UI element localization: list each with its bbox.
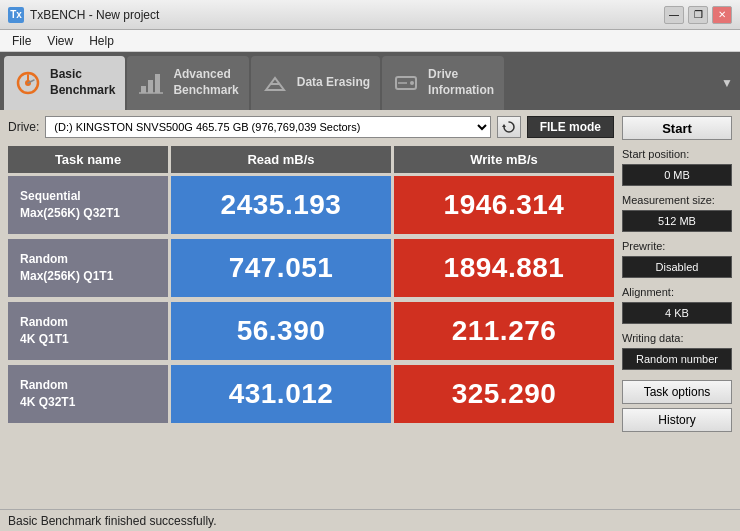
window-controls: — ❒ ✕: [664, 6, 732, 24]
benchmark-row-4: Random4K Q32T1 431.012 325.290: [8, 365, 614, 423]
erase-icon: [261, 69, 289, 97]
drive-refresh-button[interactable]: [497, 116, 521, 138]
drive-icon: [392, 69, 420, 97]
alignment-value: 4 KB: [622, 302, 732, 324]
tab-drive-label: DriveInformation: [428, 67, 494, 98]
status-text: Basic Benchmark finished successfully.: [8, 514, 217, 528]
svg-marker-14: [502, 124, 506, 127]
file-mode-button[interactable]: FILE mode: [527, 116, 614, 138]
tab-data-erasing[interactable]: Data Erasing: [251, 56, 380, 110]
measurement-size-label: Measurement size:: [622, 194, 732, 206]
write-2: 1894.881: [394, 239, 614, 297]
tab-toolbar: BasicBenchmark AdvancedBenchmark Data Er…: [0, 52, 740, 110]
task-options-button[interactable]: Task options: [622, 380, 732, 404]
benchmark-header: Task name Read mB/s Write mB/s: [8, 146, 614, 173]
col-write-header: Write mB/s: [394, 146, 614, 173]
history-button[interactable]: History: [622, 408, 732, 432]
tab-advanced-benchmark[interactable]: AdvancedBenchmark: [127, 56, 248, 110]
benchmark-row-1: SequentialMax(256K) Q32T1 2435.193 1946.…: [8, 176, 614, 234]
right-panel: Start Start position: 0 MB Measurement s…: [622, 116, 732, 503]
status-bar: Basic Benchmark finished successfully.: [0, 509, 740, 531]
content-area: Drive: (D:) KINGSTON SNVS500G 465.75 GB …: [0, 110, 740, 509]
read-3: 56.390: [171, 302, 391, 360]
write-4: 325.290: [394, 365, 614, 423]
restore-button[interactable]: ❒: [688, 6, 708, 24]
benchmark-row-2: RandomMax(256K) Q1T1 747.051 1894.881: [8, 239, 614, 297]
drive-label: Drive:: [8, 120, 39, 134]
writing-data-label: Writing data:: [622, 332, 732, 344]
title-bar: Tx TxBENCH - New project — ❒ ✕: [0, 0, 740, 30]
start-button[interactable]: Start: [622, 116, 732, 140]
main-layout: Drive: (D:) KINGSTON SNVS500G 465.75 GB …: [0, 110, 740, 531]
svg-rect-5: [148, 80, 153, 93]
window-title: TxBENCH - New project: [30, 8, 664, 22]
start-position-value: 0 MB: [622, 164, 732, 186]
drive-row: Drive: (D:) KINGSTON SNVS500G 465.75 GB …: [8, 116, 614, 138]
tab-erasing-label: Data Erasing: [297, 75, 370, 91]
task-2: RandomMax(256K) Q1T1: [8, 239, 168, 297]
minimize-button[interactable]: —: [664, 6, 684, 24]
tab-basic-benchmark[interactable]: BasicBenchmark: [4, 56, 125, 110]
col-task-header: Task name: [8, 146, 168, 173]
read-4: 431.012: [171, 365, 391, 423]
read-1: 2435.193: [171, 176, 391, 234]
prewrite-label: Prewrite:: [622, 240, 732, 252]
col-read-header: Read mB/s: [171, 146, 391, 173]
benchmark-row-3: Random4K Q1T1 56.390 211.276: [8, 302, 614, 360]
tab-basic-label: BasicBenchmark: [50, 67, 115, 98]
write-3: 211.276: [394, 302, 614, 360]
alignment-label: Alignment:: [622, 286, 732, 298]
read-2: 747.051: [171, 239, 391, 297]
svg-rect-6: [155, 74, 160, 93]
menu-view[interactable]: View: [39, 32, 81, 50]
gauge-icon: [14, 69, 42, 97]
app-icon: Tx: [8, 7, 24, 23]
task-4: Random4K Q32T1: [8, 365, 168, 423]
task-3: Random4K Q1T1: [8, 302, 168, 360]
svg-point-12: [410, 81, 414, 85]
close-button[interactable]: ✕: [712, 6, 732, 24]
write-1: 1946.314: [394, 176, 614, 234]
menu-bar: File View Help: [0, 30, 740, 52]
menu-help[interactable]: Help: [81, 32, 122, 50]
measurement-size-value: 512 MB: [622, 210, 732, 232]
start-position-label: Start position:: [622, 148, 732, 160]
writing-data-value: Random number: [622, 348, 732, 370]
prewrite-value: Disabled: [622, 256, 732, 278]
task-1: SequentialMax(256K) Q32T1: [8, 176, 168, 234]
tab-overflow-dropdown[interactable]: ▼: [718, 76, 736, 90]
left-panel: Drive: (D:) KINGSTON SNVS500G 465.75 GB …: [8, 116, 614, 503]
tab-drive-information[interactable]: DriveInformation: [382, 56, 504, 110]
tab-advanced-label: AdvancedBenchmark: [173, 67, 238, 98]
chart-icon: [137, 69, 165, 97]
menu-file[interactable]: File: [4, 32, 39, 50]
drive-select[interactable]: (D:) KINGSTON SNVS500G 465.75 GB (976,76…: [45, 116, 490, 138]
svg-rect-4: [141, 86, 146, 93]
